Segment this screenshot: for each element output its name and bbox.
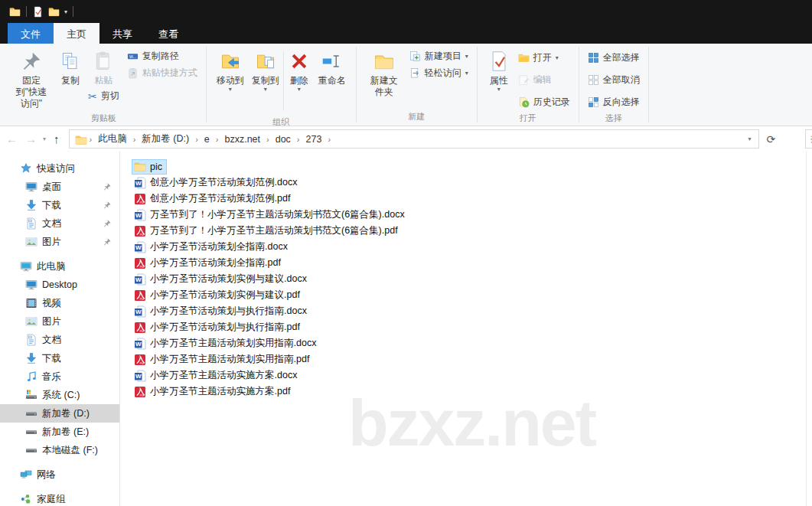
qat-folder2-icon[interactable] — [48, 6, 60, 18]
sidebar-item-drive[interactable]: 本地磁盘 (F:) — [0, 441, 119, 459]
tab-file[interactable]: 文件 — [8, 23, 54, 44]
pin-icon — [103, 182, 112, 191]
file-item[interactable]: PDF创意小学万圣节活动策划范例.pdf — [132, 191, 295, 207]
sidebar-item-document[interactable]: 文档 — [0, 331, 119, 349]
properties-button[interactable]: 属性 ▾ — [484, 48, 514, 93]
breadcrumb-item[interactable]: 此电脑 — [93, 129, 132, 149]
address-dropdown-icon[interactable]: ▾ — [742, 135, 758, 142]
copy-button[interactable]: 复制 — [55, 48, 86, 87]
file-item[interactable]: W小学万圣节主题活动策划实用指南.docx — [132, 335, 321, 351]
delete-icon — [288, 49, 311, 73]
qat-dropdown-icon[interactable]: ▾ — [64, 8, 67, 15]
paste-shortcut-button[interactable]: 粘贴快捷方式 — [125, 65, 200, 81]
picture-icon — [25, 315, 38, 328]
new-item-label: 新建项目 — [425, 50, 461, 63]
sidebar-item-document[interactable]: 文档 — [0, 214, 119, 233]
up-button[interactable]: ↑ — [47, 132, 66, 145]
pin-icon — [20, 49, 43, 73]
invert-selection-button[interactable]: 反向选择 — [585, 94, 642, 110]
sidebar-item-computer[interactable]: 此电脑 — [0, 257, 119, 276]
file-item[interactable]: PDF小学万圣节主题活动实施方案.pdf — [132, 384, 295, 400]
chevron-down-icon: ▾ — [497, 87, 501, 93]
drive-system-icon — [25, 389, 38, 401]
file-name: 小学万圣节活动策划与执行指南.docx — [150, 305, 307, 318]
sidebar-item-desktop[interactable]: 桌面 — [0, 178, 119, 196]
sidebar-item-drive[interactable]: 新加卷 (E:) — [0, 423, 119, 441]
file-item[interactable]: W小学万圣节活动策划实例与建议.docx — [132, 271, 311, 287]
sidebar-item-video[interactable]: 视频 — [0, 294, 119, 312]
tab-share[interactable]: 共享 — [99, 23, 145, 44]
breadcrumb-item[interactable]: 新加卷 (D:) — [136, 129, 194, 149]
music-icon — [25, 371, 38, 383]
select-none-button[interactable]: 全部取消 — [585, 72, 642, 88]
address-box[interactable]: ›此电脑›新加卷 (D:)›e›bzxz.net›doc›273› ▾ — [69, 129, 759, 149]
cut-button[interactable]: ✂ 剪切 — [86, 88, 122, 104]
breadcrumb-separator: › — [327, 135, 331, 144]
rename-button[interactable]: 重命名 — [315, 48, 350, 87]
history-button[interactable]: 历史记录 — [516, 94, 572, 110]
edit-button[interactable]: 编辑 — [516, 72, 572, 88]
file-item[interactable]: W小学万圣节主题活动实施方案.docx — [132, 367, 302, 384]
breadcrumb-item[interactable]: 273 — [301, 131, 328, 148]
breadcrumb-item[interactable]: e — [199, 131, 215, 148]
file-item[interactable]: W创意小学万圣节活动策划范例.docx — [132, 175, 302, 191]
file-item[interactable]: W小学万圣节活动策划全指南.docx — [132, 239, 292, 255]
file-item[interactable]: PDF小学万圣节活动策划实例与建议.pdf — [132, 287, 305, 303]
file-item[interactable]: W小学万圣节活动策划与执行指南.docx — [132, 303, 311, 319]
easy-access-button[interactable]: 轻松访问 ▾ — [407, 65, 471, 81]
sidebar-item-picture[interactable]: 图片 — [0, 312, 119, 331]
sidebar-item-picture[interactable]: 图片 — [0, 233, 119, 251]
sidebar-item-desktop[interactable]: Desktop — [0, 276, 119, 294]
folder-item[interactable]: pic — [132, 159, 167, 175]
sidebar-item-network[interactable]: 网络 — [0, 465, 119, 484]
breadcrumb-item[interactable]: bzxz.net — [219, 131, 266, 148]
new-folder-button[interactable]: 新建文件夹 — [363, 48, 406, 99]
qat-folder-icon[interactable] — [9, 6, 21, 18]
tab-home[interactable]: 主页 — [54, 23, 99, 44]
move-to-button[interactable]: 移动到 ▾ — [213, 48, 248, 93]
delete-label: 删除 — [290, 75, 308, 87]
file-item[interactable]: PDF小学万圣节活动策划与执行指南.pdf — [132, 319, 305, 335]
desktop-icon — [25, 181, 38, 193]
copy-to-button[interactable]: 复制到 ▾ — [248, 48, 283, 93]
open-folder-icon — [518, 52, 530, 64]
file-item[interactable]: PDF小学万圣节主题活动策划实用指南.pdf — [132, 351, 314, 367]
pin-to-quick-access-button[interactable]: 固定到"快速访问" — [8, 48, 55, 110]
copy-path-button[interactable]: W... 复制路径 — [125, 48, 200, 64]
open-label: 打开 — [533, 51, 552, 64]
search-input[interactable]: 搜索 — [805, 129, 812, 149]
sidebar-item-homegroup[interactable]: 家庭组 — [0, 490, 119, 506]
network-icon — [20, 468, 32, 481]
file-item[interactable]: PDF小学万圣节活动策划全指南.pdf — [132, 255, 285, 271]
new-item-button[interactable]: 新建项目 ▾ — [407, 48, 471, 64]
svg-text:PDF: PDF — [140, 394, 145, 397]
sidebar-item-drive[interactable]: 新加卷 (D:) — [0, 404, 119, 423]
paste-button[interactable]: 粘贴 — [86, 48, 122, 87]
sidebar-item-download[interactable]: 下载 — [0, 349, 119, 367]
sidebar-item-drive-system[interactable]: 系统 (C:) — [0, 386, 119, 404]
sidebar-item-quick-access[interactable]: 快速访问 — [0, 159, 119, 178]
history-label: 历史记录 — [533, 96, 570, 109]
breadcrumb-item[interactable]: doc — [270, 131, 296, 148]
forward-button[interactable]: → — [24, 132, 43, 145]
qat-properties-icon[interactable] — [32, 6, 44, 18]
file-name: 万圣节到了！小学万圣节主题活动策划书范文(6篇合集).docx — [150, 208, 405, 221]
sidebar-item-label: 下载 — [42, 199, 61, 212]
file-name: 小学万圣节主题活动策划实用指南.docx — [150, 337, 316, 350]
file-item[interactable]: PDF万圣节到了！小学万圣节主题活动策划书范文(6篇合集).pdf — [132, 223, 403, 239]
sidebar-item-download[interactable]: 下载 — [0, 196, 119, 214]
sidebar-item-music[interactable]: 音乐 — [0, 367, 119, 386]
delete-button[interactable]: 删除 ▾ — [284, 48, 315, 93]
chevron-down-icon: ▾ — [264, 87, 267, 93]
file-row: PDF万圣节到了！小学万圣节主题活动策划书范文(6篇合集).pdf — [132, 223, 409, 239]
chevron-down-icon: ▾ — [556, 55, 559, 61]
file-item[interactable]: W万圣节到了！小学万圣节主题活动策划书范文(6篇合集).docx — [132, 207, 409, 223]
select-all-button[interactable]: 全部选择 — [585, 50, 642, 66]
open-button[interactable]: 打开 ▾ — [516, 50, 572, 66]
back-button[interactable]: ← — [0, 132, 24, 145]
refresh-icon[interactable]: ⟳ — [759, 133, 784, 145]
ribbon-separator — [648, 47, 649, 122]
tab-view[interactable]: 查看 — [145, 23, 191, 44]
download-icon — [25, 199, 38, 211]
word-icon: W — [134, 338, 146, 350]
